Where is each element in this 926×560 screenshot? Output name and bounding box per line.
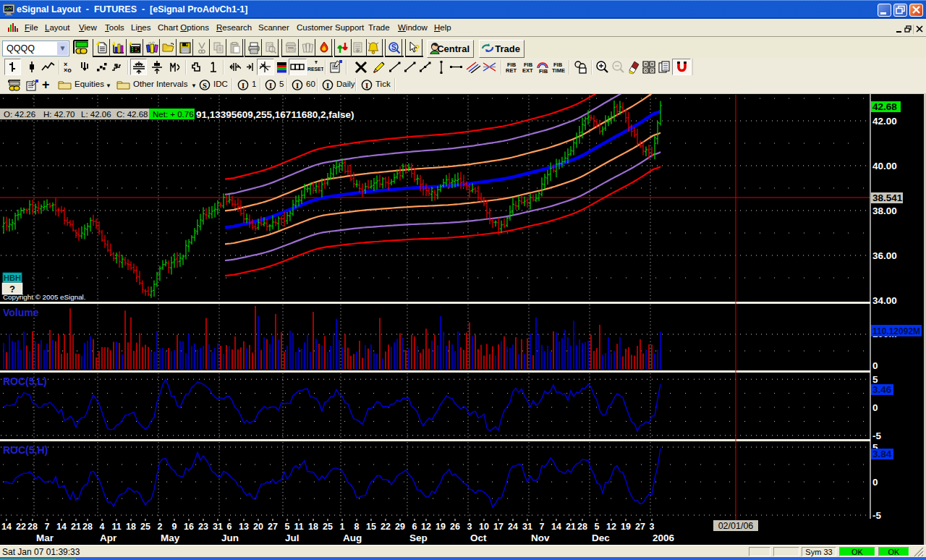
svg-text:42.68: 42.68 — [872, 101, 897, 112]
svg-text:91,13395609,255,16711680,2,fal: 91,13395609,255,16711680,2,false) — [196, 109, 354, 120]
svg-text:May: May — [161, 533, 180, 543]
svg-text:02/01/06: 02/01/06 — [718, 521, 754, 531]
svg-text:7: 7 — [45, 522, 50, 532]
svg-text:GO: GO — [268, 43, 273, 48]
svg-text:Jul: Jul — [285, 533, 300, 543]
svg-text:FIB: FIB — [539, 68, 548, 74]
svg-text:31: 31 — [522, 522, 532, 532]
svg-text:21: 21 — [71, 522, 81, 532]
svg-text:13: 13 — [239, 522, 249, 532]
svg-text:24: 24 — [508, 522, 518, 532]
svg-text:11: 11 — [111, 522, 121, 532]
svg-text:S: S — [391, 43, 396, 51]
svg-text:7: 7 — [540, 522, 545, 532]
svg-text:0: 0 — [872, 477, 878, 488]
svg-text:5: 5 — [285, 522, 290, 532]
svg-text:3: 3 — [467, 522, 472, 532]
svg-text:17: 17 — [493, 522, 504, 532]
svg-text:19: 19 — [436, 522, 446, 532]
svg-text:14: 14 — [1, 522, 12, 532]
svg-text:36.00: 36.00 — [872, 250, 897, 261]
svg-text:Dec: Dec — [592, 533, 610, 543]
svg-text:L: 42.06: L: 42.06 — [81, 110, 111, 119]
svg-text:I: I — [296, 82, 299, 90]
svg-text:0: 0 — [872, 360, 878, 371]
svg-text:-5: -5 — [872, 430, 881, 441]
svg-text:18: 18 — [308, 522, 318, 532]
svg-text:S: S — [203, 82, 207, 90]
svg-text:Nov: Nov — [531, 533, 550, 543]
svg-text:ROC(5,L): ROC(5,L) — [3, 376, 47, 387]
svg-text:28: 28 — [577, 522, 587, 532]
svg-text:20: 20 — [253, 522, 263, 532]
svg-text:21: 21 — [566, 522, 576, 532]
svg-text:19: 19 — [621, 522, 631, 532]
svg-text:0: 0 — [872, 402, 878, 413]
svg-text:ROC(5,H): ROC(5,H) — [3, 444, 48, 456]
svg-text:16: 16 — [184, 522, 194, 532]
svg-text:I: I — [326, 82, 329, 90]
svg-text:Aug: Aug — [343, 533, 362, 543]
svg-text:42.00: 42.00 — [872, 116, 897, 127]
svg-text:EXT: EXT — [522, 67, 533, 74]
svg-text:×o: ×o — [64, 67, 72, 73]
svg-text:8: 8 — [354, 522, 360, 532]
svg-text:2006: 2006 — [653, 533, 675, 543]
svg-text:?: ? — [415, 43, 420, 54]
svg-text:6: 6 — [227, 522, 232, 532]
svg-text:3.46: 3.46 — [872, 384, 892, 395]
svg-text:28: 28 — [82, 522, 93, 532]
svg-text:H: 42.70: H: 42.70 — [43, 110, 75, 119]
svg-text:110.12092M: 110.12092M — [872, 326, 920, 336]
svg-text:18: 18 — [126, 522, 136, 532]
svg-text:2: 2 — [158, 522, 163, 532]
svg-text:9: 9 — [172, 522, 177, 532]
svg-text:C: 42.68: C: 42.68 — [116, 110, 148, 119]
svg-text:4: 4 — [100, 522, 105, 532]
svg-text:29: 29 — [395, 522, 405, 532]
svg-text:23: 23 — [198, 522, 208, 532]
svg-text:5: 5 — [872, 374, 878, 385]
svg-text:27: 27 — [268, 522, 278, 532]
svg-text:25: 25 — [140, 522, 150, 532]
svg-text:RET: RET — [506, 67, 517, 74]
svg-text:Sep: Sep — [409, 533, 428, 543]
svg-text:15: 15 — [366, 522, 376, 532]
svg-text:I: I — [269, 82, 272, 90]
svg-text:34.00: 34.00 — [872, 295, 897, 306]
svg-text:40.00: 40.00 — [872, 161, 897, 171]
svg-text:38.00: 38.00 — [872, 205, 897, 216]
svg-text:Jun: Jun — [221, 533, 239, 543]
svg-text:38.541: 38.541 — [872, 192, 903, 203]
svg-text:6: 6 — [412, 522, 417, 532]
svg-text:12: 12 — [421, 522, 431, 532]
svg-text:22: 22 — [16, 522, 26, 532]
svg-text:Copyright © 2005 eSignal.: Copyright © 2005 eSignal. — [3, 293, 86, 301]
svg-text:3: 3 — [650, 522, 655, 532]
svg-text:-5: -5 — [872, 510, 881, 521]
svg-text:Net: + 0.76: Net: + 0.76 — [153, 110, 194, 119]
svg-text:12: 12 — [606, 522, 616, 532]
svg-text:Apr: Apr — [100, 533, 117, 543]
svg-text:11: 11 — [294, 522, 303, 532]
svg-text:3.84: 3.84 — [872, 449, 892, 459]
svg-text:HBH: HBH — [4, 273, 21, 282]
svg-text:Mar: Mar — [36, 533, 54, 543]
svg-text:Volume: Volume — [3, 307, 39, 318]
svg-text:O: 42.26: O: 42.26 — [4, 110, 35, 119]
svg-text:1: 1 — [340, 522, 345, 532]
svg-text:TIME: TIME — [552, 67, 565, 74]
svg-text:10: 10 — [479, 522, 489, 532]
svg-text:14: 14 — [551, 522, 561, 532]
svg-text:RESET: RESET — [307, 67, 323, 72]
svg-text:I: I — [242, 82, 245, 90]
svg-text:22: 22 — [381, 522, 391, 532]
svg-text:I: I — [365, 82, 368, 90]
svg-text:27: 27 — [635, 522, 645, 532]
svg-text:26: 26 — [450, 522, 460, 532]
svg-text:14: 14 — [56, 522, 67, 532]
svg-text:STRT: STRT — [288, 48, 297, 52]
svg-text:5: 5 — [595, 522, 600, 532]
svg-text:Oct: Oct — [470, 533, 487, 543]
svg-text:28: 28 — [27, 522, 38, 532]
